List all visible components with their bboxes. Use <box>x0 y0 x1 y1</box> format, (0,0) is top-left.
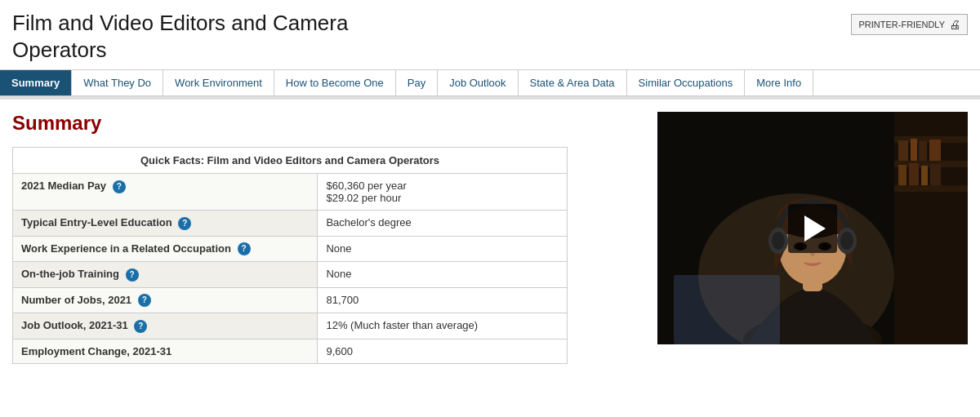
median-pay-value2: $29.02 per hour <box>326 192 401 204</box>
employment-change-value: 9,600 <box>326 345 353 357</box>
table-row: On-the-job Training ? None <box>13 262 568 288</box>
info-icon-jobs[interactable]: ? <box>138 294 151 307</box>
video-player[interactable] <box>657 112 968 344</box>
svg-point-23 <box>772 232 785 250</box>
jobs-value: 81,700 <box>326 294 359 306</box>
tab-pay[interactable]: Pay <box>396 70 438 95</box>
svg-rect-7 <box>919 141 927 161</box>
play-icon <box>804 215 826 242</box>
tab-more-info[interactable]: More Info <box>745 70 813 95</box>
page-header: Film and Video Editors and Camera Operat… <box>0 0 980 69</box>
svg-rect-10 <box>909 163 919 185</box>
svg-rect-9 <box>898 165 906 185</box>
row-label-job-outlook: Job Outlook, 2021-31 <box>21 319 128 331</box>
printer-friendly-button[interactable]: PRINTER-FRIENDLY 🖨 <box>851 14 968 35</box>
tab-summary[interactable]: Summary <box>0 70 72 95</box>
left-section: Summary Quick Facts: Film and Video Edit… <box>12 112 641 364</box>
main-content: Summary Quick Facts: Film and Video Edit… <box>0 100 980 376</box>
play-button[interactable] <box>788 204 837 253</box>
svg-point-25 <box>840 232 853 250</box>
info-icon-median-pay[interactable]: ? <box>113 180 126 193</box>
table-row: Work Experience in a Related Occupation … <box>13 236 568 262</box>
video-thumbnail <box>657 112 968 344</box>
printer-friendly-label: PRINTER-FRIENDLY <box>858 20 945 29</box>
row-label-jobs: Number of Jobs, 2021 <box>21 294 131 306</box>
svg-rect-4 <box>894 185 968 192</box>
nav-tabs: Summary What They Do Work Environment Ho… <box>0 69 980 96</box>
table-row: Number of Jobs, 2021 ? 81,700 <box>13 287 568 313</box>
tab-similar-occupations[interactable]: Similar Occupations <box>627 70 746 95</box>
svg-rect-12 <box>930 164 941 185</box>
page-title: Film and Video Editors and Camera Operat… <box>12 10 348 63</box>
row-label-employment-change: Employment Change, 2021-31 <box>21 345 172 357</box>
info-icon-training[interactable]: ? <box>126 268 139 282</box>
tab-what-they-do[interactable]: What They Do <box>72 70 163 95</box>
svg-rect-5 <box>898 140 908 161</box>
job-outlook-value: 12% (Much faster than average) <box>326 319 478 331</box>
tab-state-area-data[interactable]: State & Area Data <box>519 70 627 95</box>
info-icon-work-experience[interactable]: ? <box>238 242 251 255</box>
tab-work-environment[interactable]: Work Environment <box>163 70 274 95</box>
printer-icon: 🖨 <box>949 18 960 31</box>
row-label-education: Typical Entry-Level Education <box>21 216 172 228</box>
quick-facts-table: Quick Facts: Film and Video Editors and … <box>12 147 568 364</box>
table-row: Employment Change, 2021-31 9,600 <box>13 339 568 363</box>
right-section <box>657 112 968 364</box>
svg-rect-6 <box>911 139 917 161</box>
table-header: Quick Facts: Film and Video Editors and … <box>13 148 568 174</box>
tab-job-outlook[interactable]: Job Outlook <box>438 70 518 95</box>
education-value: Bachelor's degree <box>326 216 411 228</box>
table-row: Job Outlook, 2021-31 ? 12% (Much faster … <box>13 313 568 339</box>
section-title: Summary <box>12 112 641 135</box>
table-row: Typical Entry-Level Education ? Bachelor… <box>13 211 568 237</box>
tab-how-to-become[interactable]: How to Become One <box>274 70 396 95</box>
info-icon-job-outlook[interactable]: ? <box>134 320 147 333</box>
svg-rect-27 <box>674 275 780 344</box>
median-pay-value1: $60,360 per year <box>326 180 406 192</box>
svg-rect-8 <box>929 140 941 161</box>
svg-rect-11 <box>921 166 928 185</box>
row-label-median-pay: 2021 Median Pay <box>21 180 106 192</box>
work-experience-value: None <box>326 242 351 255</box>
table-row: 2021 Median Pay ? $60,360 per year $29.0… <box>13 174 568 211</box>
row-label-work-experience: Work Experience in a Related Occupation <box>21 242 231 255</box>
training-value: None <box>326 268 351 280</box>
info-icon-education[interactable]: ? <box>178 217 191 230</box>
row-label-training: On-the-job Training <box>21 268 119 280</box>
